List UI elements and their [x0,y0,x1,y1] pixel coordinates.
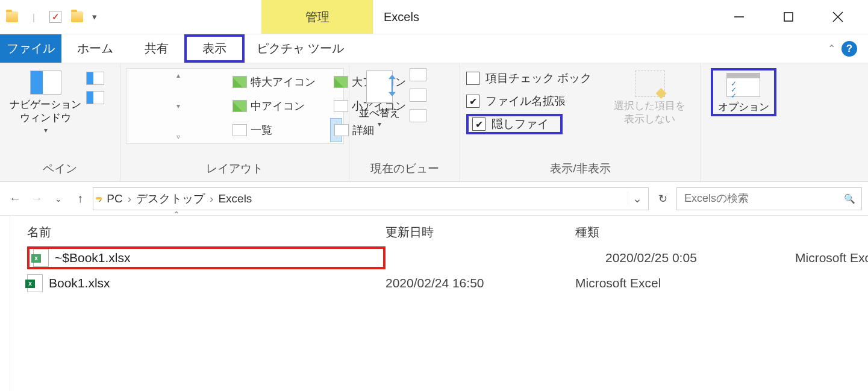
file-row[interactable]: ~$Book1.xlsx 2020/02/25 0:05 Microsoft E… [10,244,868,272]
sort-icon [366,70,393,103]
tab-picture-tools[interactable]: ピクチャ ツール [245,34,356,63]
sidebar-pc[interactable]: 🖥 PC [5,328,10,352]
checkbox-icon [466,95,479,108]
options-icon: ✓ ✓ ✓ [726,73,760,97]
open-folder-icon[interactable] [69,8,86,25]
ribbon: ナビゲーション ウィンドウ ▾ ペイン 特大アイコン 大アイコン ▴▾▿ 中アイ… [0,63,868,182]
file-type: Microsoft Excel [575,276,868,290]
file-list-pane: ⌃ 名前 更新日時 種類 ~$Book1.xlsx 2020/02/25 0:0… [10,216,868,391]
tab-share[interactable]: 共有 [129,34,184,63]
sidebar-quick-access[interactable]: ★ クイック アクセス [5,228,10,254]
checkbox-hidden-files[interactable]: 隠しファイ [466,114,563,134]
manage-label: 管理 [305,9,329,25]
breadcrumb-desktop[interactable]: デスクトップ [134,191,207,207]
breadcrumb-separator: › [128,192,131,205]
ribbon-group-pane: ナビゲーション ウィンドウ ▾ ペイン [0,63,120,181]
column-header-name[interactable]: 名前 [27,224,386,240]
group-label-current-view: 現在のビュー [355,157,454,181]
add-columns-button[interactable] [410,89,426,102]
ribbon-group-current-view: 並べ替え ▾ 現在のビュー [349,63,460,181]
minimize-button[interactable] [726,4,752,30]
breadcrumb-current[interactable]: Excels [216,192,254,205]
group-label-pane: ペイン [6,157,114,181]
qat-customize-dropdown[interactable]: ▾ [90,8,99,25]
column-header-date[interactable]: 更新日時 [386,224,575,240]
file-date: 2020/02/24 16:50 [386,276,575,290]
column-header-type[interactable]: 種類 [575,224,868,240]
app-folder-icon [4,8,20,25]
address-bar[interactable]: › PC › デスクトップ › Excels ⌄ [93,187,649,210]
excel-file-icon [27,274,43,292]
ribbon-group-options: ✓ ✓ ✓ オプション [701,63,785,181]
checkbox-file-extensions[interactable]: ファイル名拡張 [466,91,598,111]
group-by-button[interactable] [410,68,426,81]
collapse-ribbon-button[interactable]: ⌃ [828,43,835,54]
content-area: ★ クイック アクセス ☁ OneDrive - 個人 共有 🖥 PC ⌃ 名前… [0,216,868,391]
navigation-pane: ★ クイック アクセス ☁ OneDrive - 個人 共有 🖥 PC [0,216,10,391]
title-bar: | ✓ ▾ 管理 Excels [0,0,868,34]
qat-separator: | [25,8,42,25]
ribbon-group-layout: 特大アイコン 大アイコン ▴▾▿ 中アイコン 小アイコン 一覧 詳細 レイアウト [120,63,349,181]
hide-selected-icon [635,70,665,97]
layout-gallery-scroll[interactable]: ▴▾▿ [128,70,229,142]
tab-view[interactable]: 表示 [184,34,245,63]
layout-medium-icons[interactable]: 中アイコン [229,94,330,118]
options-button[interactable]: ✓ ✓ ✓ オプション [711,68,776,116]
sort-by-button[interactable]: 並べ替え ▾ [355,68,404,132]
quick-access-toolbar: | ✓ ▾ [0,0,102,34]
chevron-down-icon: ▾ [44,126,48,136]
excel-file-icon [33,249,49,267]
file-type: Microsoft Excel [795,251,868,265]
contextual-tab-manage: 管理 [261,0,373,34]
svg-rect-1 [784,13,793,21]
breadcrumb-pc[interactable]: PC [104,192,125,205]
layout-details[interactable]: 詳細 [330,118,342,142]
sidebar-onedrive[interactable]: ☁ OneDrive - 個人 [5,265,10,292]
ribbon-group-show-hide: 項目チェック ボック ファイル名拡張 隠しファイ 選択した項目を 表示しない 表… [460,63,701,181]
back-button[interactable]: ← [6,190,24,208]
search-input[interactable] [683,192,844,205]
up-button[interactable]: ↑ [71,190,89,208]
size-columns-button[interactable] [410,109,426,122]
window-title: Excels [373,0,726,34]
address-history-dropdown[interactable]: ⌄ [628,192,646,205]
layout-extra-large-icons[interactable]: 特大アイコン [229,70,330,94]
column-headers: ⌃ 名前 更新日時 種類 [10,216,868,244]
file-row[interactable]: Book1.xlsx 2020/02/24 16:50 Microsoft Ex… [10,272,868,295]
help-button[interactable]: ? [841,41,857,57]
file-name: Book1.xlsx [49,276,110,290]
chevron-down-icon: ▾ [378,120,381,130]
sort-indicator-icon: ⌃ [173,210,180,219]
hide-selected-button: 選択した項目を 表示しない [605,68,695,128]
group-label-show-hide: 表示/非表示 [466,157,695,181]
nav-pane-button[interactable]: ナビゲーション ウィンドウ ▾ [6,68,85,138]
checkbox-item-checkboxes[interactable]: 項目チェック ボック [466,68,598,89]
group-label-layout: レイアウト [126,157,343,181]
layout-gallery: 特大アイコン 大アイコン ▴▾▿ 中アイコン 小アイコン 一覧 詳細 [126,68,344,144]
maximize-button[interactable] [775,4,802,30]
file-name: ~$Book1.xlsx [55,251,131,265]
address-bar-row: ← → ⌄ ↑ › PC › デスクトップ › Excels ⌄ ↻ 🔍 [0,182,868,216]
layout-small-icons[interactable]: 小アイコン [330,94,342,118]
preview-pane-button[interactable] [86,72,104,85]
tab-file[interactable]: ファイル [0,34,61,63]
checkbox-icon [472,117,486,131]
layout-list[interactable]: 一覧 [229,118,330,142]
sidebar-shared[interactable]: 共有 [5,292,10,317]
refresh-button[interactable]: ↻ [652,187,673,210]
forward-button[interactable]: → [28,190,46,208]
file-date: 2020/02/25 0:05 [605,251,795,265]
search-box[interactable]: 🔍 [676,187,862,210]
details-pane-button[interactable] [86,91,104,104]
window-controls [726,0,868,34]
recent-locations-button[interactable]: ⌄ [49,190,67,208]
close-button[interactable] [825,4,851,30]
ribbon-tabs: ファイル ホーム 共有 表示 ピクチャ ツール ⌃ ? [0,34,868,63]
properties-icon[interactable]: ✓ [47,8,64,25]
group-label-options [707,160,779,181]
layout-large-icons[interactable]: 大アイコン [330,70,342,94]
breadcrumb-separator: › [210,192,213,205]
nav-pane-icon [30,70,61,95]
checkbox-icon [466,72,479,85]
tab-home[interactable]: ホーム [61,34,129,63]
